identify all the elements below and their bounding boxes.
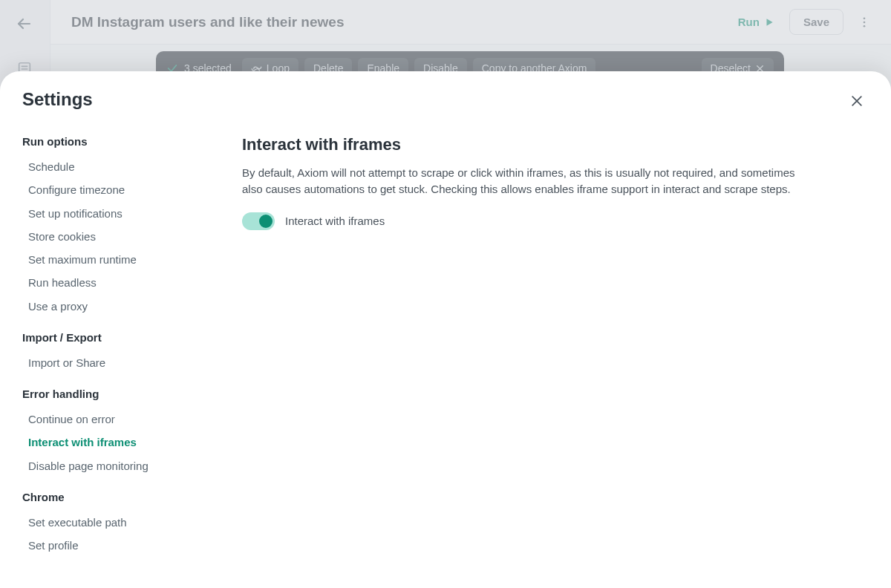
close-icon xyxy=(849,94,869,108)
nav-item[interactable]: Set maximum runtime xyxy=(22,248,205,271)
nav-group-title: Chrome xyxy=(22,491,205,503)
nav-group-title: Error handling xyxy=(22,388,205,400)
close-modal-button[interactable] xyxy=(849,94,869,113)
nav-item[interactable]: Disable page monitoring xyxy=(22,454,205,477)
settings-title: Settings xyxy=(22,89,93,110)
nav-group-title: Run options xyxy=(22,135,205,148)
nav-item[interactable]: Schedule xyxy=(22,155,205,178)
nav-item[interactable]: Set up notifications xyxy=(22,202,205,225)
toggle-knob xyxy=(259,215,272,228)
iframe-toggle-label: Interact with iframes xyxy=(285,215,385,227)
nav-item[interactable]: Store cookies xyxy=(22,225,205,248)
detail-description: By default, Axiom will not attempt to sc… xyxy=(242,165,799,197)
nav-item[interactable]: Run headless xyxy=(22,271,205,294)
nav-item[interactable]: Import or Share xyxy=(22,351,205,374)
nav-item[interactable]: Load another extension xyxy=(22,557,205,563)
settings-detail: Interact with iframes By default, Axiom … xyxy=(235,135,799,563)
nav-item[interactable]: Continue on error xyxy=(22,408,205,431)
nav-group-title: Import / Export xyxy=(22,331,205,344)
detail-heading: Interact with iframes xyxy=(242,135,799,154)
nav-item[interactable]: Set executable path xyxy=(22,511,205,534)
settings-nav: Run optionsScheduleConfigure timezoneSet… xyxy=(22,135,205,563)
iframe-toggle[interactable] xyxy=(242,212,275,230)
nav-item[interactable]: Configure timezone xyxy=(22,178,205,201)
nav-item[interactable]: Set profile xyxy=(22,534,205,557)
nav-item[interactable]: Interact with iframes xyxy=(22,431,205,454)
settings-modal: Settings Run optionsScheduleConfigure ti… xyxy=(0,71,891,588)
iframe-toggle-row: Interact with iframes xyxy=(242,212,799,230)
nav-item[interactable]: Use a proxy xyxy=(22,295,205,318)
